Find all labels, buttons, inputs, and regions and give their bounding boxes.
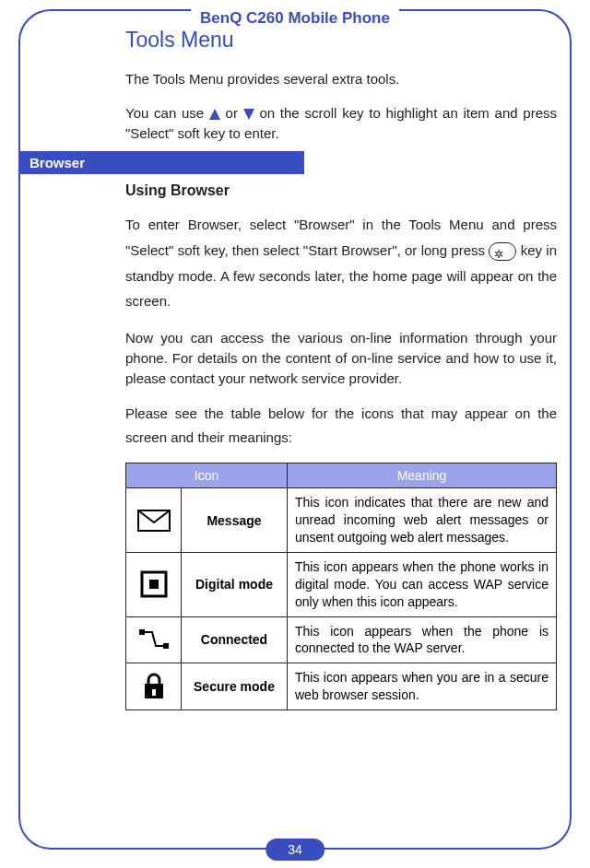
- secure-meaning: This icon appears when you are in a secu…: [288, 663, 557, 710]
- digital-icon-cell: [126, 552, 182, 616]
- digital-meaning: This icon appears when the phone works i…: [288, 552, 557, 616]
- secure-name: Secure mode: [182, 663, 288, 710]
- connected-icon: [137, 628, 171, 651]
- scroll-text-2: or: [226, 105, 243, 121]
- table-row: Secure mode This icon appears when you a…: [126, 663, 557, 710]
- table-header-meaning: Meaning: [288, 463, 557, 488]
- svg-rect-6: [152, 689, 156, 696]
- section-tab-browser: Browser: [18, 151, 304, 174]
- icon-meanings-table: Icon Meaning Message This icon indicates…: [125, 463, 557, 710]
- browser-p3: Please see the table below for the icons…: [125, 402, 557, 449]
- secure-mode-icon: [141, 673, 167, 700]
- table-row: Digital mode This icon appears when the …: [126, 552, 557, 616]
- sub-title: Using Browser: [125, 182, 557, 199]
- message-icon-cell: [126, 488, 182, 553]
- secure-icon-cell: [126, 663, 182, 710]
- message-icon: [137, 510, 171, 532]
- svg-rect-3: [139, 629, 145, 635]
- upper-content: Tools Menu The Tools Menu provides sever…: [125, 28, 557, 157]
- browser-p2: Now you can access the various on-line i…: [125, 328, 557, 388]
- lower-content: Using Browser To enter Browser, select "…: [125, 182, 557, 710]
- up-arrow-icon: [209, 109, 220, 120]
- message-name: Message: [182, 488, 288, 553]
- message-meaning: This icon indicates that there are new a…: [288, 488, 557, 553]
- star-key-icon: [489, 242, 516, 261]
- connected-icon-cell: [126, 616, 182, 663]
- page-number: 34: [266, 839, 324, 861]
- table-row: Message This icon indicates that there a…: [126, 488, 557, 553]
- scroll-instruction: You can use or on the scroll key to high…: [125, 103, 557, 144]
- svg-rect-2: [149, 580, 159, 589]
- connected-name: Connected: [182, 616, 288, 663]
- svg-rect-4: [163, 643, 169, 649]
- intro-text: The Tools Menu provides several extra to…: [125, 69, 557, 89]
- section-title: Tools Menu: [125, 28, 557, 53]
- table-row: Connected This icon appears when the pho…: [126, 616, 557, 663]
- connected-meaning: This icon appears when the phone is conn…: [288, 616, 557, 663]
- digital-name: Digital mode: [182, 552, 288, 616]
- table-header-icon: Icon: [126, 463, 288, 488]
- browser-p1: To enter Browser, select "Browser" in th…: [125, 212, 557, 314]
- document-header: BenQ C260 Mobile Phone: [191, 9, 399, 28]
- scroll-text-1: You can use: [125, 105, 209, 121]
- digital-mode-icon: [140, 570, 168, 598]
- down-arrow-icon: [243, 109, 254, 120]
